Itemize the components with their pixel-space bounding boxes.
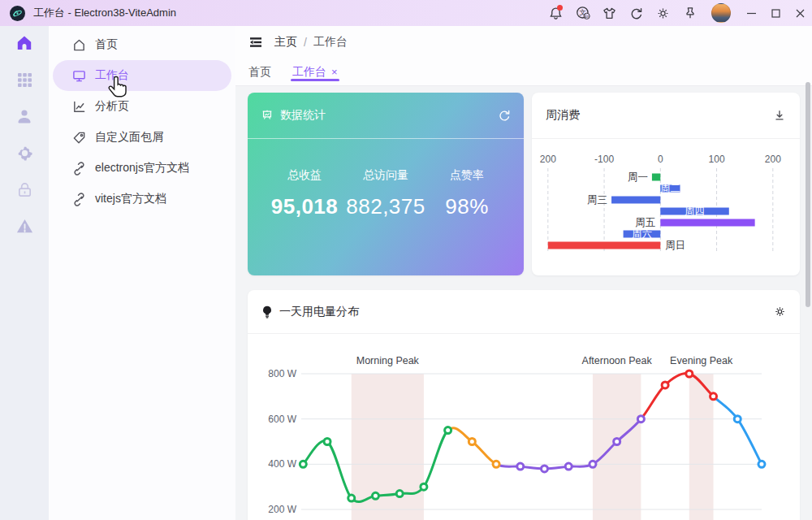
tab-close-icon[interactable]: × [331,67,338,77]
pin-icon[interactable] [676,0,703,26]
svg-text:200: 200 [540,154,556,165]
svg-text:En: En [584,14,589,19]
sidebar-item-electron-docs[interactable]: electronjs官方文档 [53,153,231,184]
svg-text:周五: 周五 [635,217,655,228]
breadcrumb-current: 工作台 [313,35,348,50]
close-button[interactable] [788,0,812,26]
sidebar-item-breadcrumb[interactable]: 自定义面包屑 [53,122,231,153]
svg-text:周四: 周四 [685,206,705,217]
rail-user-icon[interactable] [15,106,34,126]
stats-card-header: 数据统计 [248,93,524,139]
weekly-consumption-card: 周消费 200-1000100200周一周二周三周四周五周六周日 [532,93,800,275]
titlebar-actions: 文 En [542,0,812,26]
dashboard: 数据统计 总收益 95,018 总访问量 [235,86,812,520]
settings-gear-icon[interactable] [650,0,676,26]
tab-workbench[interactable]: 工作台 × [292,58,338,85]
window-title: 工作台 - Electron38-ViteAdmin [33,6,176,20]
theme-shirt-icon[interactable] [596,0,623,26]
svg-text:600 W: 600 W [268,414,296,425]
breadcrumb-row: 主页 / 工作台 [235,26,812,58]
svg-text:周一: 周一 [628,171,648,183]
weekly-card-title: 周消费 [546,108,580,123]
refresh-icon[interactable] [623,0,650,26]
collapse-sidebar-icon[interactable] [248,35,263,50]
svg-text:Evening Peak: Evening Peak [670,355,733,366]
sidebar-item-analysis[interactable]: 分析页 [53,91,231,122]
svg-text:-100: -100 [594,154,614,165]
electricity-card: 一天用电量分布 Morning PeakAfternoon PeakEvenin… [248,290,800,520]
svg-text:周三: 周三 [587,194,607,206]
stat-value: 95,018 [264,194,345,219]
electricity-card-title: 一天用电量分布 [279,305,359,319]
home-icon [72,38,86,52]
stats-card-title: 数据统计 [280,108,326,123]
tab-label: 首页 [248,65,271,80]
chart-icon [72,100,86,114]
svg-text:周二: 周二 [660,183,680,194]
mouse-cursor-hand [107,76,129,101]
user-avatar[interactable] [711,3,731,23]
sidebar-item-label: 首页 [95,37,118,52]
sidebar-item-label: vitejs官方文档 [95,192,166,206]
refresh-icon[interactable] [498,109,511,122]
sidebar-menu: 首页 工作台 分析页 自定义面包屑 [49,26,235,520]
rail-lock-icon[interactable] [15,180,34,199]
tab-bar: 首页 工作台 × [235,58,812,86]
svg-text:200: 200 [765,154,781,165]
stat-label: 点赞率 [426,168,508,183]
svg-text:Morning Peak: Morning Peak [356,355,420,366]
stat-value: 98% [426,194,508,219]
breadcrumb-root[interactable]: 主页 [274,35,297,50]
bulb-icon [261,306,273,318]
minimize-button[interactable] [739,0,763,26]
sidebar-item-workbench[interactable]: 工作台 [53,60,231,91]
link-icon [72,162,86,176]
vertical-scrollbar-thumb[interactable] [806,82,810,307]
svg-text:400 W: 400 W [268,458,296,470]
stats-card: 数据统计 总收益 95,018 总访问量 [248,93,524,275]
svg-text:周六: 周六 [632,228,652,240]
electricity-line-chart: Morning PeakAfternoon PeakEvening Peak80… [248,334,800,520]
stats-body: 总收益 95,018 总访问量 882,375 点赞率 98% [248,139,524,219]
sidebar-item-vite-docs[interactable]: vitejs官方文档 [53,184,231,214]
sidebar-item-label: 分析页 [95,99,129,114]
app-window: 工作台 - Electron38-ViteAdmin 文 En [0,0,812,520]
rail-gear-icon[interactable] [15,143,34,162]
breadcrumb-separator: / [304,36,307,49]
tab-label: 工作台 [292,65,326,80]
svg-text:周日: 周日 [665,240,685,251]
stat-label: 总收益 [264,168,345,183]
tab-home[interactable]: 首页 [248,58,271,85]
titlebar: 工作台 - Electron38-ViteAdmin 文 En [0,0,812,26]
sidebar-item-label: electronjs官方文档 [95,161,189,176]
rail-home-icon[interactable] [15,33,34,53]
maximize-button[interactable] [763,0,788,26]
monitor-icon [72,69,86,83]
tag-icon [72,131,86,145]
gear-icon[interactable] [774,306,786,318]
weekly-bar-chart: 200-1000100200周一周二周三周四周五周六周日 [532,139,800,275]
svg-text:100: 100 [709,154,725,165]
breadcrumb: 主页 / 工作台 [274,35,348,50]
notifications-bell-icon[interactable] [542,0,569,26]
svg-text:800 W: 800 W [268,368,296,379]
rail-apps-grid-icon[interactable] [15,70,34,89]
download-icon[interactable] [773,109,786,122]
notification-dot [557,5,563,11]
sidebar-item-home[interactable]: 首页 [53,29,231,60]
svg-text:0: 0 [658,154,663,165]
svg-text:200 W: 200 W [268,504,296,515]
language-icon[interactable]: 文 En [569,0,596,26]
content-area: 主页 / 工作台 首页 工作台 × [235,26,812,520]
link-icon [72,193,86,206]
app-logo-icon [10,6,25,21]
icon-rail [0,26,49,520]
stat-value: 882,375 [345,194,426,219]
stat-label: 总访问量 [345,168,426,183]
rail-warning-icon[interactable] [15,216,34,236]
board-icon [261,109,274,122]
svg-text:Afternoon Peak: Afternoon Peak [582,355,653,366]
sidebar-item-label: 自定义面包屑 [95,130,163,145]
